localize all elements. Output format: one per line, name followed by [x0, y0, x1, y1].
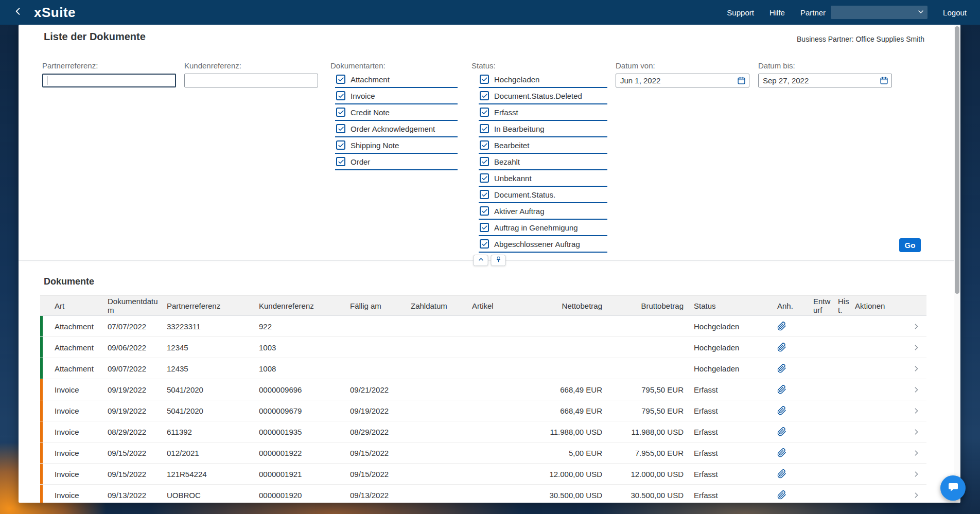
- help-link[interactable]: Hilfe: [769, 8, 785, 17]
- row-chevron-icon[interactable]: [906, 385, 926, 394]
- row-chevron-icon[interactable]: [906, 406, 926, 415]
- checkbox-checked-icon[interactable]: [336, 140, 345, 150]
- col-header-kundenreferenz: Kundenreferenz: [255, 302, 346, 310]
- cell-bruttobetrag: 795,50 EUR: [604, 385, 686, 394]
- table-row[interactable]: Invoice 09/13/2022 UOBROC 0000001920 09/…: [40, 485, 926, 503]
- go-button[interactable]: Go: [899, 238, 921, 252]
- chevron-left-icon: [13, 6, 23, 19]
- checkbox-label: Unbekannt: [494, 174, 532, 183]
- checkbox-checked-icon[interactable]: [480, 91, 489, 100]
- checkbox-checked-icon[interactable]: [336, 75, 345, 84]
- cell-status: Erfasst: [686, 449, 773, 457]
- paperclip-icon[interactable]: [773, 343, 809, 352]
- doc-type-option-shipping-note[interactable]: Shipping Note: [335, 137, 458, 154]
- checkbox-checked-icon[interactable]: [336, 157, 345, 166]
- table-row[interactable]: Invoice 09/15/2022 121R54224 0000001921 …: [40, 464, 926, 485]
- paperclip-icon[interactable]: [773, 469, 809, 478]
- scrollbar-thumb[interactable]: [955, 26, 959, 294]
- status-option-erfasst[interactable]: Erfasst: [479, 104, 607, 121]
- row-chevron-icon[interactable]: [906, 491, 926, 500]
- status-option-aktiver-auftrag[interactable]: Aktiver Auftrag: [479, 203, 607, 220]
- checkbox-checked-icon[interactable]: [480, 173, 489, 183]
- vertical-scrollbar[interactable]: [954, 25, 960, 503]
- doc-type-option-attachment[interactable]: Attachment: [335, 72, 458, 88]
- row-chevron-icon[interactable]: [906, 322, 926, 331]
- paperclip-icon[interactable]: [773, 322, 809, 331]
- doc-type-option-credit-note[interactable]: Credit Note: [335, 104, 458, 121]
- checkbox-checked-icon[interactable]: [480, 75, 489, 84]
- paperclip-icon[interactable]: [773, 406, 809, 415]
- row-chevron-icon[interactable]: [906, 449, 926, 457]
- row-chevron-icon[interactable]: [906, 428, 926, 436]
- checkbox-checked-icon[interactable]: [480, 206, 489, 216]
- chat-launcher-button[interactable]: [940, 475, 966, 501]
- checkbox-checked-icon[interactable]: [336, 91, 345, 100]
- customer-ref-input[interactable]: [184, 74, 318, 87]
- support-link[interactable]: Support: [727, 8, 754, 17]
- checkbox-checked-icon[interactable]: [480, 108, 489, 117]
- cell-kundenreferenz: 0000001922: [255, 449, 346, 457]
- date-from-input[interactable]: [616, 74, 749, 87]
- status-option-hochgeladen[interactable]: Hochgeladen: [479, 72, 607, 88]
- table-row[interactable]: Attachment 09/06/2022 12345 1003 Hochgel…: [40, 337, 926, 358]
- cell-partnerreferenz: 5041/2020: [163, 385, 255, 394]
- checkbox-checked-icon[interactable]: [336, 124, 345, 133]
- row-chevron-icon[interactable]: [906, 364, 926, 373]
- checkbox-checked-icon[interactable]: [480, 124, 489, 133]
- cell-status: Hochgeladen: [686, 343, 773, 352]
- doc-type-option-order-ack[interactable]: Order Acknowledgement: [335, 121, 458, 137]
- page-title: Liste der Dokumente: [44, 31, 146, 43]
- status-option-abgeschlossener-auftrag[interactable]: Abgeschlossener Auftrag: [479, 236, 607, 253]
- paperclip-icon[interactable]: [773, 427, 809, 436]
- table-row[interactable]: Invoice 09/19/2022 5041/2020 0000009679 …: [40, 400, 926, 421]
- checkbox-checked-icon[interactable]: [480, 140, 489, 150]
- paperclip-icon[interactable]: [773, 385, 809, 394]
- logout-link[interactable]: Logout: [943, 8, 967, 17]
- filter-toggles: [474, 255, 506, 266]
- status-option-in-bearbeitung[interactable]: In Bearbeitung: [479, 121, 607, 137]
- checkbox-label: Order Acknowledgement: [351, 125, 435, 133]
- cell-kundenreferenz: 1008: [255, 364, 346, 373]
- checkbox-checked-icon[interactable]: [480, 157, 489, 166]
- pin-filter-button[interactable]: [491, 255, 506, 266]
- status-option-bezahlt[interactable]: Bezahlt: [479, 154, 607, 170]
- paperclip-icon[interactable]: [773, 448, 809, 457]
- cell-nettobetrag: 11.988,00 USD: [542, 428, 604, 436]
- checkbox-checked-icon[interactable]: [480, 190, 489, 199]
- cell-status: Erfasst: [686, 470, 773, 478]
- checkbox-checked-icon[interactable]: [480, 223, 489, 232]
- status-option-auftrag-in-genehmigung[interactable]: Auftrag in Genehmigung: [479, 220, 607, 236]
- cell-kundenreferenz: 0000001935: [255, 428, 346, 436]
- partner-ref-input[interactable]: [42, 74, 176, 87]
- calendar-icon[interactable]: [737, 76, 746, 85]
- partner-ref-label: Partnerreferenz:: [42, 61, 98, 70]
- back-button[interactable]: [10, 5, 26, 20]
- collapse-filter-button[interactable]: [474, 255, 488, 266]
- row-chevron-icon[interactable]: [906, 343, 926, 352]
- cell-art: Attachment: [40, 343, 103, 352]
- paperclip-icon[interactable]: [773, 364, 809, 373]
- cell-faellig-am: 09/19/2022: [346, 406, 407, 415]
- checkbox-checked-icon[interactable]: [336, 108, 345, 117]
- paperclip-icon[interactable]: [773, 490, 809, 500]
- checkbox-checked-icon[interactable]: [480, 239, 489, 249]
- cell-art: Invoice: [40, 491, 103, 500]
- row-chevron-icon[interactable]: [906, 470, 926, 478]
- date-to-input[interactable]: [758, 74, 892, 87]
- table-row[interactable]: Invoice 09/19/2022 5041/2020 0000009696 …: [40, 379, 926, 400]
- table-row[interactable]: Invoice 08/29/2022 611392 0000001935 08/…: [40, 421, 926, 442]
- table-row[interactable]: Attachment 07/07/2022 33223311 922 Hochg…: [40, 316, 926, 337]
- status-option-deleted[interactable]: Document.Status.Deleted: [479, 88, 607, 104]
- partner-select[interactable]: [831, 6, 927, 19]
- status-option-bearbeitet[interactable]: Bearbeitet: [479, 137, 607, 154]
- date-to-label: Datum bis:: [758, 61, 795, 70]
- date-from-label: Datum von:: [616, 61, 655, 70]
- doc-type-option-invoice[interactable]: Invoice: [335, 88, 458, 104]
- calendar-icon[interactable]: [880, 76, 888, 85]
- status-option-unbekannt[interactable]: Unbekannt: [479, 170, 607, 187]
- status-label: Status:: [471, 61, 496, 70]
- doc-type-option-order[interactable]: Order: [335, 154, 458, 170]
- table-row[interactable]: Invoice 09/15/2022 012/2021 0000001922 0…: [40, 442, 926, 464]
- status-option-document-status[interactable]: Document.Status.: [479, 187, 607, 203]
- table-row[interactable]: Attachment 09/07/2022 12435 1008 Hochgel…: [40, 358, 926, 379]
